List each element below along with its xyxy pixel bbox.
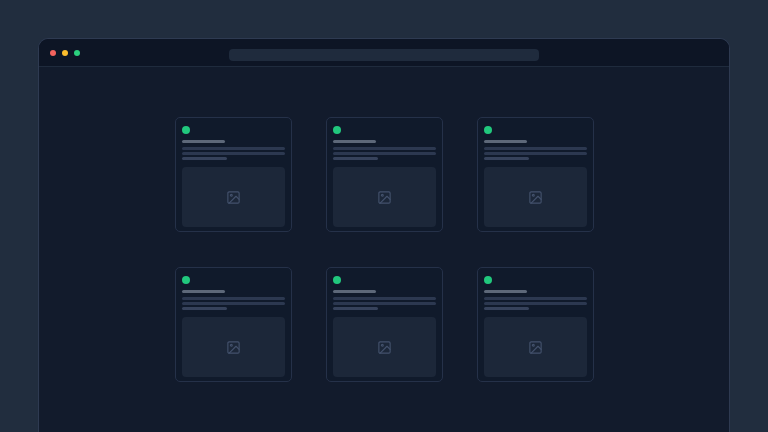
- image-icon: [528, 190, 543, 205]
- image-placeholder: [333, 167, 436, 227]
- image-icon: [377, 190, 392, 205]
- status-dot: [484, 126, 492, 134]
- text-placeholder: [182, 152, 285, 155]
- skeleton-card[interactable]: [175, 267, 292, 382]
- text-placeholder-short: [333, 307, 378, 310]
- title-placeholder: [333, 140, 376, 143]
- browser-window: [38, 38, 730, 432]
- address-bar[interactable]: [229, 49, 539, 61]
- status-dot: [333, 126, 341, 134]
- text-placeholder: [182, 297, 285, 300]
- text-placeholder: [182, 302, 285, 305]
- title-placeholder: [182, 140, 225, 143]
- status-dot: [182, 126, 190, 134]
- title-placeholder: [484, 290, 527, 293]
- image-placeholder: [182, 167, 285, 227]
- image-placeholder: [484, 167, 587, 227]
- text-placeholder: [484, 152, 587, 155]
- text-placeholder: [484, 297, 587, 300]
- minimize-button[interactable]: [62, 50, 68, 56]
- image-icon: [377, 340, 392, 355]
- text-placeholder: [333, 152, 436, 155]
- text-placeholder: [333, 297, 436, 300]
- text-placeholder: [484, 147, 587, 150]
- text-placeholder: [484, 302, 587, 305]
- image-icon: [226, 190, 241, 205]
- title-placeholder: [333, 290, 376, 293]
- image-placeholder: [333, 317, 436, 377]
- window-content: [39, 68, 729, 432]
- title-placeholder: [484, 140, 527, 143]
- skeleton-card[interactable]: [326, 117, 443, 232]
- card-grid: [175, 117, 594, 382]
- title-placeholder: [182, 290, 225, 293]
- image-icon: [528, 340, 543, 355]
- text-placeholder-short: [182, 157, 227, 160]
- desktop-background: { "window": { "kind": "browser-window-mo…: [0, 0, 768, 432]
- text-placeholder: [333, 302, 436, 305]
- image-icon: [226, 340, 241, 355]
- text-placeholder: [182, 147, 285, 150]
- maximize-button[interactable]: [74, 50, 80, 56]
- text-placeholder-short: [484, 307, 529, 310]
- skeleton-card[interactable]: [175, 117, 292, 232]
- text-placeholder-short: [182, 307, 227, 310]
- image-placeholder: [484, 317, 587, 377]
- text-placeholder-short: [333, 157, 378, 160]
- image-placeholder: [182, 317, 285, 377]
- skeleton-card[interactable]: [477, 267, 594, 382]
- text-placeholder: [333, 147, 436, 150]
- status-dot: [333, 276, 341, 284]
- skeleton-card[interactable]: [477, 117, 594, 232]
- window-titlebar: [39, 39, 729, 67]
- close-button[interactable]: [50, 50, 56, 56]
- status-dot: [484, 276, 492, 284]
- skeleton-card[interactable]: [326, 267, 443, 382]
- status-dot: [182, 276, 190, 284]
- traffic-lights: [50, 39, 80, 67]
- text-placeholder-short: [484, 157, 529, 160]
